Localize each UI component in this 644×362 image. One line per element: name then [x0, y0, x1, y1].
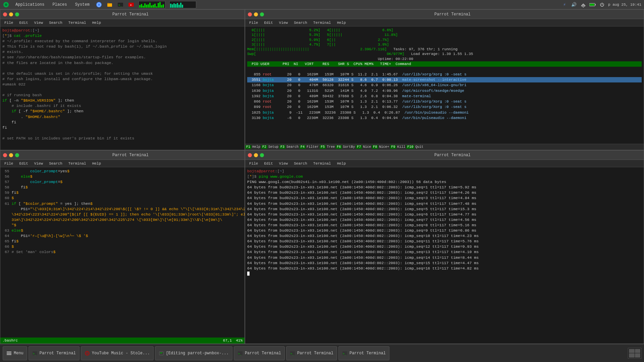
bluetooth-icon[interactable]: ⚡ [561, 1, 568, 8]
title-br: Parrot Terminal [264, 153, 641, 158]
layout-cell-2 [635, 349, 641, 353]
menu-file-tl[interactable]: File [2, 20, 16, 25]
fkey-5[interactable]: F5Tree [320, 145, 336, 149]
titlebar-bottom-left: Parrot Terminal [0, 150, 245, 160]
taskbar-terminal-icon-5: >_ [342, 351, 347, 356]
content-br[interactable]: bojta@parrot:[~] [*]$ ping www.google.co… [245, 167, 644, 344]
taskbar-menu-btn[interactable]: Menu [3, 346, 27, 360]
close-btn-bl[interactable] [3, 153, 7, 157]
layout-cell-4 [635, 353, 641, 358]
status-bar-right: 67,1 41% [223, 339, 243, 343]
status-file: .bashrc [2, 339, 18, 343]
terminal-icon-sys[interactable]: >_ [117, 1, 124, 8]
menu-search-bl[interactable]: Search [46, 161, 65, 166]
min-btn-bl[interactable] [9, 153, 13, 157]
max-btn-tr[interactable] [260, 12, 264, 16]
menu-edit-bl[interactable]: Edit [16, 161, 31, 166]
svg-rect-13 [590, 4, 594, 6]
menu-help-br[interactable]: Help [334, 161, 348, 166]
menu-edit-tr[interactable]: Edit [261, 20, 275, 25]
status-pct: 41% [236, 339, 243, 343]
layout-cell-1 [629, 349, 635, 353]
menu-search-tl[interactable]: Search [46, 20, 65, 25]
menu-help-tr[interactable]: Help [334, 20, 348, 25]
system-menu[interactable]: System [73, 2, 92, 8]
fkey-10[interactable]: F10Quit [406, 145, 424, 149]
taskbar-item-0[interactable]: >_ Parrot Terminal [29, 346, 79, 360]
min-btn-tl[interactable] [9, 12, 13, 16]
close-btn-tr[interactable] [248, 12, 252, 16]
max-btn-tl[interactable] [15, 12, 19, 16]
pane-top-right: Parrot Terminal File Edit View Search Te… [245, 9, 644, 150]
menu-terminal-tr[interactable]: Terminal [311, 20, 334, 25]
menu-file-bl[interactable]: File [2, 161, 16, 166]
menu-help-tl[interactable]: Help [90, 20, 104, 25]
max-btn-bl[interactable] [15, 153, 19, 157]
fkey-4[interactable]: F4Filter [300, 145, 320, 149]
htop-fkeys: F1Help F2Setup F3Search F4Filter F5Tree … [245, 144, 644, 150]
fkey-2[interactable]: F2Setup [261, 145, 279, 149]
min-btn-tr[interactable] [254, 12, 258, 16]
menu-help-bl[interactable]: Help [90, 161, 104, 166]
content-tr[interactable]: 0[|||| 5.2%] 4[|||| 6.6%] 1[|||| 5.3%] 5… [245, 26, 644, 144]
svg-rect-16 [7, 354, 11, 355]
svg-rect-14 [7, 352, 11, 352]
menu-file-tr[interactable]: File [247, 20, 261, 25]
taskbar-item-5[interactable]: >_ Parrot Terminal [338, 346, 389, 360]
menu-edit-br[interactable]: Edit [261, 161, 275, 166]
window-controls-tl [3, 12, 19, 16]
content-bl[interactable]: 55 color_prompt=yes$ 56 else$ 57 color_p… [0, 167, 245, 338]
max-btn-br[interactable] [260, 153, 264, 157]
menu-terminal-br[interactable]: Terminal [311, 161, 334, 166]
battery-icon[interactable] [589, 1, 596, 8]
app-icon[interactable] [3, 1, 9, 8]
taskbar-item-1[interactable]: YouTube Music - Stole... [81, 346, 154, 360]
network-icon[interactable] [580, 1, 587, 8]
menu-view-tr[interactable]: View [276, 20, 290, 25]
min-btn-br[interactable] [254, 153, 258, 157]
menu-file-br[interactable]: File [247, 161, 261, 166]
files-icon[interactable] [106, 1, 113, 8]
fkey-7[interactable]: F7Nice [356, 145, 372, 149]
layout-cell-3 [629, 353, 635, 358]
close-btn-tl[interactable] [3, 12, 7, 16]
taskbar-terminal-icon-3: >_ [237, 351, 243, 356]
menu-tr: File Edit View Search Terminal Help [245, 19, 644, 26]
taskbar-item-4[interactable]: >_ Parrot Terminal [286, 346, 337, 360]
taskbar-item-3[interactable]: >_ Parrot Terminal [234, 346, 285, 360]
fkey-6[interactable]: F6SortBy [336, 145, 356, 149]
layout-switcher[interactable] [628, 348, 641, 359]
svg-rect-5 [107, 3, 109, 4]
taskbar-item-2[interactable]: [Editing parrot-pwnbox-... [155, 346, 232, 360]
menu-terminal-tl[interactable]: Terminal [66, 20, 89, 25]
fkey-1[interactable]: F1Help [245, 145, 261, 149]
menu-terminal-bl[interactable]: Terminal [66, 161, 89, 166]
fkey-3[interactable]: F3Search [279, 145, 300, 149]
taskbar-label-3: Parrot Terminal [245, 351, 281, 356]
menu-br: File Edit View Search Terminal Help [245, 160, 644, 167]
svg-text:>_: >_ [33, 352, 36, 355]
menu-label: Menu [14, 351, 23, 356]
content-tl[interactable]: bojta@parrot:[~] [*]$ cat .profile # ~/.… [0, 26, 245, 150]
title-bl: Parrot Terminal [19, 153, 242, 158]
volume-icon[interactable]: 🔊 [571, 1, 577, 8]
pane-bottom-right: Parrot Terminal File Edit View Search Te… [245, 150, 644, 344]
menu-view-bl[interactable]: View [32, 161, 46, 166]
svg-rect-12 [595, 4, 596, 5]
menu-search-tr[interactable]: Search [291, 20, 310, 25]
status-pos: 67,1 [223, 339, 232, 343]
menu-view-tl[interactable]: View [32, 20, 46, 25]
places-menu[interactable]: Places [50, 2, 69, 8]
svg-rect-15 [7, 353, 11, 354]
menu-edit-tl[interactable]: Edit [16, 20, 31, 25]
status-bar-bl: .bashrc 67,1 41% [0, 338, 245, 344]
close-icon-sys[interactable]: ✕ [128, 1, 135, 8]
fkey-8[interactable]: F8Nice+ [372, 145, 390, 149]
menu-search-br[interactable]: Search [291, 161, 310, 166]
close-btn-br[interactable] [248, 153, 252, 157]
menu-view-br[interactable]: View [276, 161, 290, 166]
applications-menu[interactable]: Applications [13, 2, 46, 8]
fkey-9[interactable]: F9Kill [390, 145, 406, 149]
power-icon[interactable] [599, 1, 605, 8]
browser-icon[interactable] [96, 1, 102, 8]
